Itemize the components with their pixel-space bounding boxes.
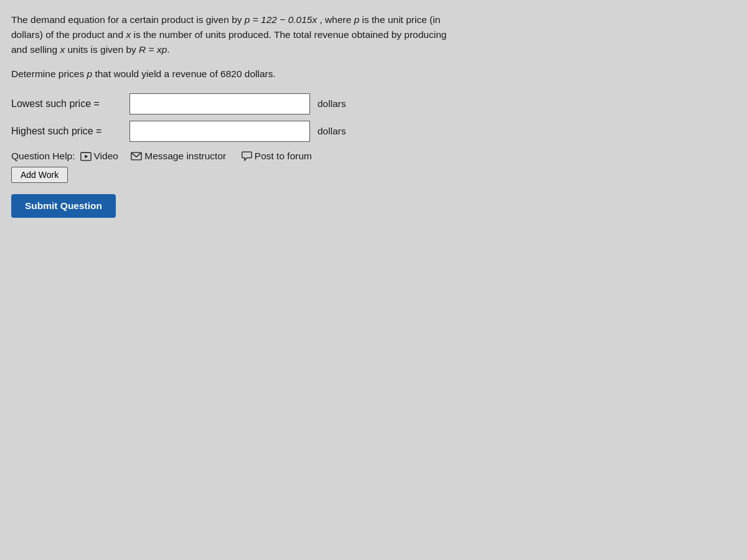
lowest-price-row: Lowest such price = dollars <box>11 93 736 114</box>
problem-text-line2: dollars) of the product and x is the num… <box>11 29 446 40</box>
var-p: p <box>354 14 360 25</box>
svg-marker-1 <box>85 154 88 157</box>
message-instructor-item[interactable]: Message instructor <box>131 151 226 162</box>
determine-text: Determine prices p that would yield a re… <box>11 68 736 80</box>
highest-price-unit: dollars <box>317 126 346 137</box>
post-to-forum-item[interactable]: Post to forum <box>242 151 312 162</box>
lowest-price-input[interactable] <box>129 93 310 114</box>
main-container: The demand equation for a certain produc… <box>0 0 747 560</box>
separator-2 <box>232 151 238 162</box>
problem-statement: The demand equation for a certain produc… <box>11 12 547 57</box>
add-work-button[interactable]: Add Work <box>11 167 68 183</box>
highest-price-input[interactable] <box>129 121 310 142</box>
post-to-forum-label: Post to forum <box>255 151 312 162</box>
video-icon <box>80 152 92 161</box>
separator-1 <box>125 151 127 162</box>
forum-icon <box>242 151 252 161</box>
highest-price-row: Highest such price = dollars <box>11 121 736 142</box>
video-label: Video <box>94 151 118 162</box>
submit-question-button[interactable]: Submit Question <box>11 194 116 218</box>
message-icon <box>131 152 142 161</box>
message-instructor-label: Message instructor <box>144 151 226 162</box>
determine-text-content: Determine prices p that would yield a re… <box>11 68 276 79</box>
var-p-determine: p <box>87 68 92 79</box>
add-work-row: Add Work <box>11 167 736 183</box>
var-x: x <box>126 29 131 40</box>
lowest-price-unit: dollars <box>317 98 346 110</box>
lowest-price-label: Lowest such price = <box>11 98 129 110</box>
demand-equation: p = 122 − 0.015x <box>245 14 317 25</box>
problem-text-line1: The demand equation for a certain produc… <box>11 14 440 25</box>
var-x2: x <box>60 44 65 55</box>
question-help-label: Question Help: <box>11 151 75 162</box>
submit-section: Submit Question <box>11 194 736 218</box>
revenue-equation: R = xp <box>139 44 167 55</box>
question-help-row: Question Help: Video Message instructor <box>11 151 736 162</box>
problem-text-line3: and selling x units is given by R = xp. <box>11 44 170 55</box>
highest-price-label: Highest such price = <box>11 126 129 137</box>
video-help-item[interactable]: Video <box>80 151 118 162</box>
